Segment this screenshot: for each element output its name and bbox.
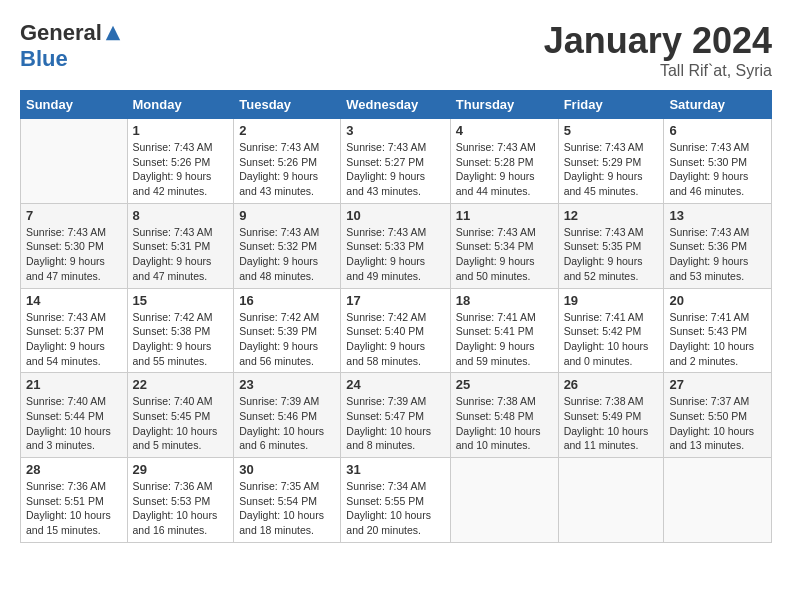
day-number: 1 xyxy=(133,123,229,138)
day-cell: 4Sunrise: 7:43 AMSunset: 5:28 PMDaylight… xyxy=(450,119,558,204)
day-number: 14 xyxy=(26,293,122,308)
day-info: Sunrise: 7:43 AMSunset: 5:32 PMDaylight:… xyxy=(239,225,335,284)
day-info: Sunrise: 7:43 AMSunset: 5:37 PMDaylight:… xyxy=(26,310,122,369)
calendar-body: 1Sunrise: 7:43 AMSunset: 5:26 PMDaylight… xyxy=(21,119,772,543)
day-cell: 18Sunrise: 7:41 AMSunset: 5:41 PMDayligh… xyxy=(450,288,558,373)
week-row-3: 21Sunrise: 7:40 AMSunset: 5:44 PMDayligh… xyxy=(21,373,772,458)
day-cell: 7Sunrise: 7:43 AMSunset: 5:30 PMDaylight… xyxy=(21,203,128,288)
day-number: 6 xyxy=(669,123,766,138)
day-cell: 3Sunrise: 7:43 AMSunset: 5:27 PMDaylight… xyxy=(341,119,450,204)
day-number: 11 xyxy=(456,208,553,223)
header-cell-sunday: Sunday xyxy=(21,91,128,119)
day-cell xyxy=(558,458,664,543)
day-cell: 11Sunrise: 7:43 AMSunset: 5:34 PMDayligh… xyxy=(450,203,558,288)
day-number: 22 xyxy=(133,377,229,392)
day-number: 30 xyxy=(239,462,335,477)
day-info: Sunrise: 7:43 AMSunset: 5:26 PMDaylight:… xyxy=(239,140,335,199)
day-number: 28 xyxy=(26,462,122,477)
day-cell: 23Sunrise: 7:39 AMSunset: 5:46 PMDayligh… xyxy=(234,373,341,458)
week-row-1: 7Sunrise: 7:43 AMSunset: 5:30 PMDaylight… xyxy=(21,203,772,288)
day-cell: 29Sunrise: 7:36 AMSunset: 5:53 PMDayligh… xyxy=(127,458,234,543)
day-cell: 9Sunrise: 7:43 AMSunset: 5:32 PMDaylight… xyxy=(234,203,341,288)
day-number: 13 xyxy=(669,208,766,223)
day-number: 10 xyxy=(346,208,444,223)
header-cell-thursday: Thursday xyxy=(450,91,558,119)
logo: General Blue xyxy=(20,20,122,72)
day-cell: 28Sunrise: 7:36 AMSunset: 5:51 PMDayligh… xyxy=(21,458,128,543)
day-number: 16 xyxy=(239,293,335,308)
week-row-0: 1Sunrise: 7:43 AMSunset: 5:26 PMDaylight… xyxy=(21,119,772,204)
day-number: 9 xyxy=(239,208,335,223)
day-number: 17 xyxy=(346,293,444,308)
day-number: 26 xyxy=(564,377,659,392)
day-info: Sunrise: 7:42 AMSunset: 5:40 PMDaylight:… xyxy=(346,310,444,369)
calendar-subtitle: Tall Rif`at, Syria xyxy=(544,62,772,80)
day-info: Sunrise: 7:39 AMSunset: 5:46 PMDaylight:… xyxy=(239,394,335,453)
day-info: Sunrise: 7:43 AMSunset: 5:29 PMDaylight:… xyxy=(564,140,659,199)
day-info: Sunrise: 7:39 AMSunset: 5:47 PMDaylight:… xyxy=(346,394,444,453)
header-cell-wednesday: Wednesday xyxy=(341,91,450,119)
day-info: Sunrise: 7:43 AMSunset: 5:27 PMDaylight:… xyxy=(346,140,444,199)
day-info: Sunrise: 7:43 AMSunset: 5:30 PMDaylight:… xyxy=(26,225,122,284)
day-number: 7 xyxy=(26,208,122,223)
day-info: Sunrise: 7:43 AMSunset: 5:33 PMDaylight:… xyxy=(346,225,444,284)
header-cell-tuesday: Tuesday xyxy=(234,91,341,119)
day-info: Sunrise: 7:41 AMSunset: 5:42 PMDaylight:… xyxy=(564,310,659,369)
day-cell: 15Sunrise: 7:42 AMSunset: 5:38 PMDayligh… xyxy=(127,288,234,373)
day-info: Sunrise: 7:43 AMSunset: 5:26 PMDaylight:… xyxy=(133,140,229,199)
day-info: Sunrise: 7:40 AMSunset: 5:45 PMDaylight:… xyxy=(133,394,229,453)
day-number: 2 xyxy=(239,123,335,138)
day-number: 25 xyxy=(456,377,553,392)
day-cell: 12Sunrise: 7:43 AMSunset: 5:35 PMDayligh… xyxy=(558,203,664,288)
day-cell: 10Sunrise: 7:43 AMSunset: 5:33 PMDayligh… xyxy=(341,203,450,288)
day-info: Sunrise: 7:41 AMSunset: 5:43 PMDaylight:… xyxy=(669,310,766,369)
day-info: Sunrise: 7:38 AMSunset: 5:48 PMDaylight:… xyxy=(456,394,553,453)
logo-blue-text: Blue xyxy=(20,46,68,72)
day-cell: 30Sunrise: 7:35 AMSunset: 5:54 PMDayligh… xyxy=(234,458,341,543)
day-cell xyxy=(21,119,128,204)
day-cell: 26Sunrise: 7:38 AMSunset: 5:49 PMDayligh… xyxy=(558,373,664,458)
page-header: General Blue January 2024 Tall Rif`at, S… xyxy=(20,20,772,80)
day-number: 4 xyxy=(456,123,553,138)
day-cell: 5Sunrise: 7:43 AMSunset: 5:29 PMDaylight… xyxy=(558,119,664,204)
day-cell: 25Sunrise: 7:38 AMSunset: 5:48 PMDayligh… xyxy=(450,373,558,458)
day-info: Sunrise: 7:43 AMSunset: 5:36 PMDaylight:… xyxy=(669,225,766,284)
header-cell-friday: Friday xyxy=(558,91,664,119)
day-number: 23 xyxy=(239,377,335,392)
day-info: Sunrise: 7:43 AMSunset: 5:30 PMDaylight:… xyxy=(669,140,766,199)
day-info: Sunrise: 7:36 AMSunset: 5:51 PMDaylight:… xyxy=(26,479,122,538)
day-number: 8 xyxy=(133,208,229,223)
day-number: 3 xyxy=(346,123,444,138)
day-number: 27 xyxy=(669,377,766,392)
day-number: 18 xyxy=(456,293,553,308)
day-cell: 31Sunrise: 7:34 AMSunset: 5:55 PMDayligh… xyxy=(341,458,450,543)
day-cell: 21Sunrise: 7:40 AMSunset: 5:44 PMDayligh… xyxy=(21,373,128,458)
day-info: Sunrise: 7:42 AMSunset: 5:38 PMDaylight:… xyxy=(133,310,229,369)
week-row-2: 14Sunrise: 7:43 AMSunset: 5:37 PMDayligh… xyxy=(21,288,772,373)
header-cell-saturday: Saturday xyxy=(664,91,772,119)
day-info: Sunrise: 7:43 AMSunset: 5:35 PMDaylight:… xyxy=(564,225,659,284)
week-row-4: 28Sunrise: 7:36 AMSunset: 5:51 PMDayligh… xyxy=(21,458,772,543)
day-number: 29 xyxy=(133,462,229,477)
day-cell: 14Sunrise: 7:43 AMSunset: 5:37 PMDayligh… xyxy=(21,288,128,373)
day-info: Sunrise: 7:36 AMSunset: 5:53 PMDaylight:… xyxy=(133,479,229,538)
day-info: Sunrise: 7:40 AMSunset: 5:44 PMDaylight:… xyxy=(26,394,122,453)
day-info: Sunrise: 7:43 AMSunset: 5:28 PMDaylight:… xyxy=(456,140,553,199)
day-info: Sunrise: 7:43 AMSunset: 5:34 PMDaylight:… xyxy=(456,225,553,284)
day-cell xyxy=(450,458,558,543)
calendar-table: SundayMondayTuesdayWednesdayThursdayFrid… xyxy=(20,90,772,543)
day-info: Sunrise: 7:35 AMSunset: 5:54 PMDaylight:… xyxy=(239,479,335,538)
day-number: 15 xyxy=(133,293,229,308)
day-number: 24 xyxy=(346,377,444,392)
day-number: 19 xyxy=(564,293,659,308)
title-area: January 2024 Tall Rif`at, Syria xyxy=(544,20,772,80)
day-number: 31 xyxy=(346,462,444,477)
day-number: 12 xyxy=(564,208,659,223)
day-cell: 22Sunrise: 7:40 AMSunset: 5:45 PMDayligh… xyxy=(127,373,234,458)
day-number: 20 xyxy=(669,293,766,308)
day-number: 5 xyxy=(564,123,659,138)
header-cell-monday: Monday xyxy=(127,91,234,119)
day-cell: 13Sunrise: 7:43 AMSunset: 5:36 PMDayligh… xyxy=(664,203,772,288)
logo-general-text: General xyxy=(20,20,102,46)
day-cell: 8Sunrise: 7:43 AMSunset: 5:31 PMDaylight… xyxy=(127,203,234,288)
